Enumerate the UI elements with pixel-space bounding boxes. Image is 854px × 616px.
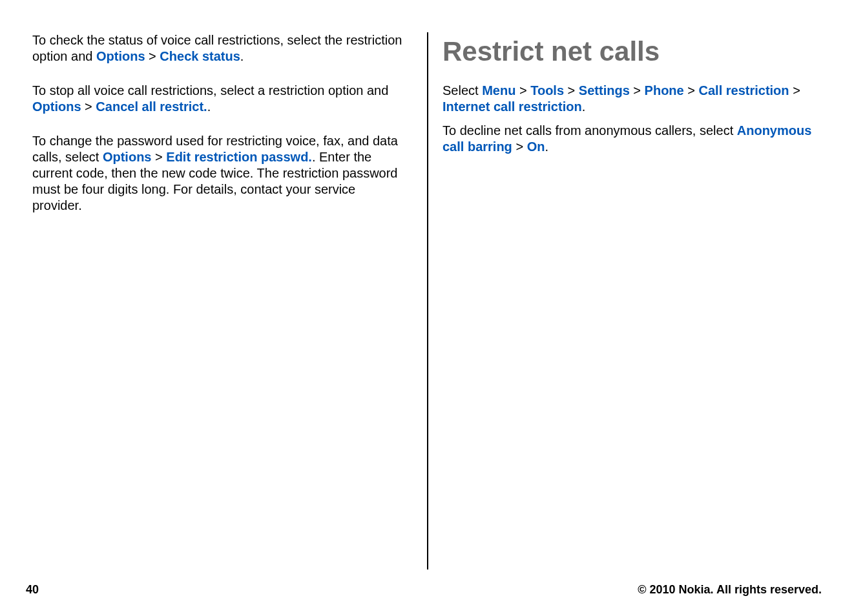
- text: To decline net calls from anonymous call…: [443, 123, 737, 138]
- paragraph-check-status: To check the status of voice call restri…: [32, 32, 408, 65]
- separator: >: [516, 139, 523, 154]
- text: .: [582, 99, 586, 114]
- left-column: To check the status of voice call restri…: [32, 32, 427, 555]
- separator: >: [793, 83, 800, 98]
- copyright: © 2010 Nokia. All rights reserved.: [638, 583, 822, 597]
- text: .: [207, 99, 211, 114]
- separator: >: [687, 83, 695, 98]
- keyword-tools: Tools: [530, 83, 564, 98]
- heading-restrict-net-calls: Restrict net calls: [443, 36, 822, 67]
- right-column: Restrict net calls Select Menu > Tools >…: [427, 32, 822, 570]
- keyword-check-status: Check status: [160, 49, 240, 63]
- keyword-phone: Phone: [645, 83, 684, 98]
- keyword-internet-call-restriction: Internet call restriction: [443, 99, 582, 114]
- keyword-edit-passwd: Edit restriction passwd.: [166, 150, 312, 164]
- text: .: [240, 49, 244, 63]
- keyword-cancel-all: Cancel all restrict.: [96, 99, 207, 114]
- footer: 40 © 2010 Nokia. All rights reserved.: [0, 583, 854, 597]
- keyword-on: On: [527, 139, 545, 154]
- separator: >: [519, 83, 527, 98]
- keyword-call-restriction: Call restriction: [699, 83, 789, 98]
- paragraph-anonymous-barring: To decline net calls from anonymous call…: [443, 123, 822, 155]
- keyword-settings: Settings: [579, 83, 630, 98]
- paragraph-nav-path: Select Menu > Tools > Settings > Phone >…: [443, 83, 822, 115]
- page-number: 40: [26, 583, 39, 597]
- keyword-options: Options: [96, 49, 145, 63]
- text: Select: [443, 83, 482, 98]
- text: To stop all voice call restrictions, sel…: [32, 83, 388, 98]
- separator: >: [568, 83, 576, 98]
- text: .: [545, 139, 548, 154]
- keyword-menu: Menu: [482, 83, 516, 98]
- separator: >: [155, 150, 163, 164]
- separator: >: [633, 83, 641, 98]
- keyword-options: Options: [103, 150, 152, 164]
- separator: >: [85, 99, 92, 114]
- separator: >: [149, 49, 156, 63]
- paragraph-change-password: To change the password used for restrict…: [32, 133, 408, 214]
- paragraph-cancel-restrict: To stop all voice call restrictions, sel…: [32, 83, 408, 115]
- keyword-options: Options: [32, 99, 81, 114]
- page-content: To check the status of voice call restri…: [0, 0, 854, 555]
